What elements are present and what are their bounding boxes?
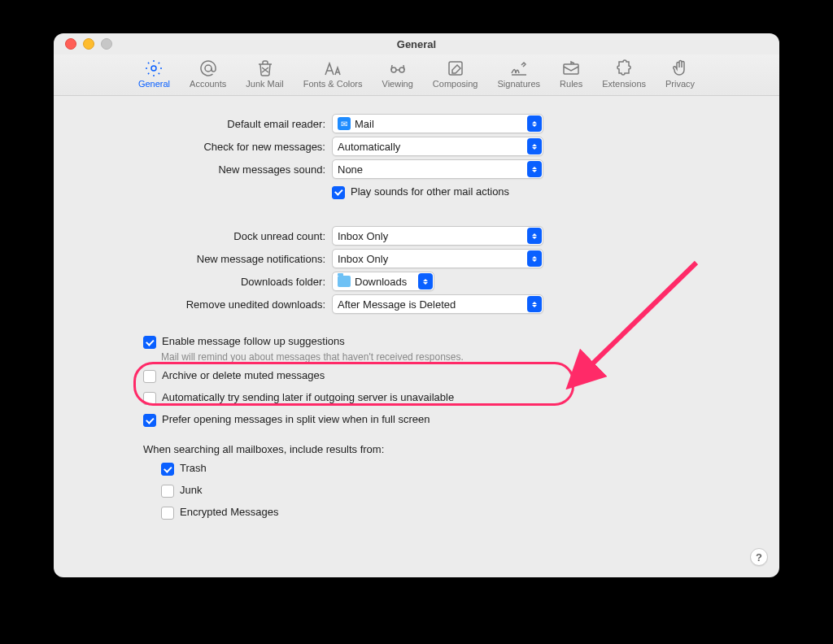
checkbox-play-sounds[interactable]: Play sounds for other mail actions <box>332 185 509 199</box>
chevron-updown-icon <box>527 250 542 267</box>
select-value: Downloads <box>355 276 418 288</box>
tab-accounts[interactable]: Accounts <box>180 56 236 90</box>
checkbox-label: Trash <box>180 462 207 474</box>
tab-label: Privacy <box>665 79 695 89</box>
checkbox-archive-muted[interactable]: Archive or delete muted messages <box>143 369 779 383</box>
hand-icon <box>670 58 690 79</box>
chevron-updown-icon <box>527 115 542 132</box>
select-value: Inbox Only <box>338 253 527 265</box>
settings-window: General General Accounts Junk Mail <box>54 33 779 577</box>
settings-content: Default email reader: ✉︎ Mail Check for … <box>54 96 779 521</box>
tab-fonts-colors[interactable]: Fonts & Colors <box>294 56 373 90</box>
select-dock-count[interactable]: Inbox Only <box>332 226 543 246</box>
fonts-icon <box>323 58 342 79</box>
svg-rect-5 <box>564 64 578 74</box>
rules-icon <box>561 58 581 79</box>
tab-viewing[interactable]: Viewing <box>373 56 423 90</box>
select-check-messages[interactable]: Automatically <box>332 137 543 156</box>
tab-label: Signatures <box>497 79 540 89</box>
select-sound[interactable]: None <box>332 159 543 179</box>
tab-privacy[interactable]: Privacy <box>656 56 704 90</box>
mail-app-icon: ✉︎ <box>338 117 351 130</box>
tab-signatures[interactable]: Signatures <box>487 56 550 90</box>
label-downloads: Downloads folder: <box>54 276 332 288</box>
chevron-updown-icon <box>527 296 542 312</box>
svg-point-0 <box>151 66 156 71</box>
checkbox-trash[interactable]: Trash <box>161 462 779 476</box>
label-default-reader: Default email reader: <box>54 118 332 130</box>
select-value: After Message is Deleted <box>338 298 527 311</box>
checkbox-icon <box>332 186 345 199</box>
checkbox-icon <box>143 336 156 349</box>
tab-label: Junk Mail <box>246 79 283 89</box>
checkbox-icon <box>143 370 156 383</box>
tab-composing[interactable]: Composing <box>423 56 488 90</box>
tab-general[interactable]: General <box>129 56 180 90</box>
chevron-updown-icon <box>527 138 542 154</box>
label-dock-count: Dock unread count: <box>54 230 332 242</box>
checkbox-label: Play sounds for other mail actions <box>351 185 509 198</box>
chevron-updown-icon <box>527 228 542 244</box>
tab-label: Extensions <box>602 79 646 89</box>
titlebar: General <box>54 33 779 54</box>
folder-icon <box>338 276 351 287</box>
checkbox-followup[interactable]: Enable message follow up suggestions <box>143 335 345 349</box>
chevron-updown-icon <box>418 273 433 289</box>
select-notifications[interactable]: Inbox Only <box>332 249 543 268</box>
tab-junk-mail[interactable]: Junk Mail <box>236 56 293 90</box>
tab-rules[interactable]: Rules <box>550 56 592 90</box>
window-title: General <box>54 38 779 50</box>
label-check-messages: Check for new messages: <box>54 141 332 153</box>
checkbox-encrypted[interactable]: Encrypted Messages <box>161 506 779 520</box>
tab-label: Viewing <box>382 79 413 89</box>
checkbox-label: Junk <box>180 484 202 496</box>
checkbox-icon <box>143 392 156 405</box>
select-value: Mail <box>355 118 527 130</box>
label-sound: New messages sound: <box>54 163 332 176</box>
checkbox-label: Prefer opening messages in split view wh… <box>162 413 430 425</box>
checkbox-label: Archive or delete muted messages <box>162 369 325 381</box>
gear-icon <box>144 58 164 79</box>
checkbox-icon <box>161 463 174 476</box>
checkbox-label: Encrypted Messages <box>180 506 278 518</box>
tab-label: Accounts <box>190 79 226 89</box>
checkbox-icon <box>161 507 174 520</box>
label-remove-downloads: Remove unedited downloads: <box>54 298 332 311</box>
tab-extensions[interactable]: Extensions <box>592 56 656 90</box>
trash-icon <box>255 58 275 79</box>
svg-point-1 <box>205 65 212 72</box>
tab-label: Fonts & Colors <box>303 79 363 89</box>
help-button[interactable]: ? <box>750 548 768 566</box>
at-sign-icon <box>198 58 218 79</box>
checkbox-icon <box>161 485 174 498</box>
select-value: Automatically <box>338 141 527 153</box>
tab-label: General <box>138 79 170 89</box>
checkbox-label: Automatically try sending later if outgo… <box>162 391 454 403</box>
select-downloads[interactable]: Downloads <box>332 272 434 291</box>
tab-label: Rules <box>560 79 582 89</box>
select-remove-downloads[interactable]: After Message is Deleted <box>332 294 543 314</box>
checkbox-auto-send-later[interactable]: Automatically try sending later if outgo… <box>143 391 779 405</box>
label-notifications: New message notifications: <box>54 253 332 265</box>
puzzle-icon <box>614 58 634 79</box>
select-value: Inbox Only <box>338 230 527 242</box>
checkbox-label: Enable message follow up suggestions <box>162 335 345 347</box>
settings-toolbar: General Accounts Junk Mail Fonts & Color… <box>54 54 779 96</box>
followup-hint: Mail will remind you about messages that… <box>143 351 779 363</box>
signature-icon <box>509 58 529 79</box>
chevron-updown-icon <box>527 161 542 177</box>
checkbox-icon <box>143 414 156 427</box>
tab-label: Composing <box>433 79 478 89</box>
label-search-header: When searching all mailboxes, include re… <box>54 443 779 455</box>
select-value: None <box>338 163 527 176</box>
select-default-reader[interactable]: ✉︎ Mail <box>332 114 543 133</box>
glasses-icon <box>388 58 408 79</box>
checkbox-junk[interactable]: Junk <box>161 484 779 498</box>
compose-icon <box>446 58 465 79</box>
checkbox-split-view[interactable]: Prefer opening messages in split view wh… <box>143 413 779 427</box>
